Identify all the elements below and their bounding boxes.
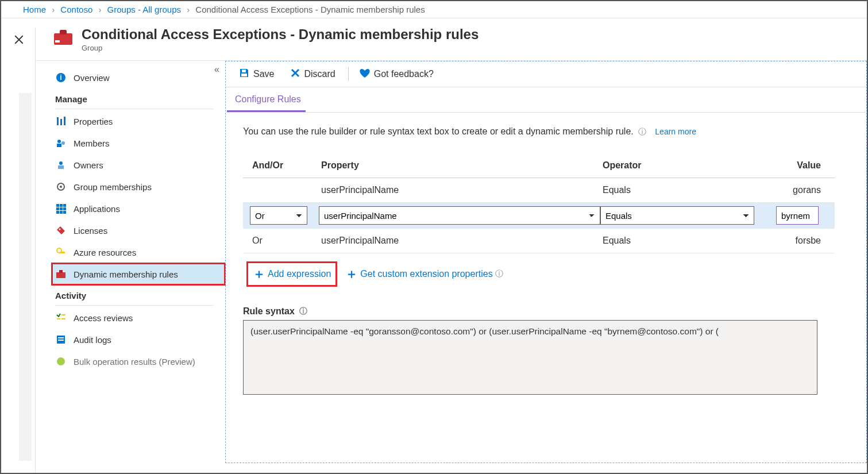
cell-value: forsbe (763, 236, 821, 246)
sidebar-item-members[interactable]: Members (52, 132, 225, 154)
property-select[interactable]: userPrincipalName (319, 206, 600, 225)
rule-syntax-textbox[interactable]: (user.userPrincipalName -eq "goransson@c… (243, 320, 817, 395)
sidebar-header-activity: Activity (18, 285, 225, 304)
briefcase-icon (53, 29, 74, 46)
discard-label: Discard (304, 69, 335, 79)
blade-header: Conditional Access Exceptions - Dynamic … (1, 18, 867, 61)
members-icon (55, 137, 67, 149)
cell-value: gorans (763, 185, 821, 195)
breadcrumb-contoso[interactable]: Contoso (60, 5, 92, 14)
divider (348, 67, 349, 81)
sidebar-item-audit-logs[interactable]: Audit logs (52, 329, 225, 350)
collapse-sidebar-button[interactable]: « (214, 64, 219, 75)
sidebar-item-properties[interactable]: Properties (52, 110, 225, 132)
add-expression-label: Add expression (268, 269, 331, 279)
sidebar-item-licenses[interactable]: Licenses (52, 219, 225, 241)
andor-select[interactable]: Or (250, 206, 307, 225)
close-blade-button[interactable] (14, 34, 24, 48)
rule-row[interactable]: Or userPrincipalName Equals forsbe (243, 229, 835, 253)
sidebar-item-label: Group memberships (74, 182, 152, 192)
svg-rect-26 (60, 252, 65, 253)
svg-point-24 (59, 229, 61, 230)
svg-rect-28 (59, 270, 63, 273)
svg-rect-16 (60, 204, 63, 207)
rules-table: And/Or Property Operator Value userPrinc… (243, 160, 835, 253)
get-custom-extension-button[interactable]: ＋ Get custom extension properties (345, 265, 492, 283)
save-icon (238, 67, 250, 81)
operator-select[interactable]: Equals (600, 206, 754, 225)
sidebar-item-bulk-operation[interactable]: Bulk operation results (Preview) (52, 350, 225, 372)
divider (55, 305, 214, 306)
license-tag-icon (55, 225, 67, 236)
page-title: Conditional Access Exceptions - Dynamic … (82, 26, 479, 43)
svg-rect-12 (58, 165, 64, 169)
svg-rect-15 (56, 204, 59, 207)
add-expression-button[interactable]: ＋ Add expression (253, 265, 331, 283)
tab-configure-rules[interactable]: Configure Rules (227, 87, 306, 112)
cell-operator: Equals (603, 236, 763, 246)
content-pane: Save Discard Got feedback? Configure Rul… (225, 61, 867, 463)
svg-rect-5 (57, 117, 59, 125)
chevron-right-icon: › (52, 5, 55, 14)
discard-x-icon (290, 68, 300, 80)
sidebar-item-applications[interactable]: Applications (52, 198, 225, 219)
plus-icon: ＋ (253, 265, 265, 283)
briefcase-icon (55, 268, 67, 280)
command-bar: Save Discard Got feedback? (226, 61, 866, 87)
table-header-row: And/Or Property Operator Value (243, 160, 835, 178)
svg-rect-20 (63, 207, 66, 210)
feedback-label: Got feedback? (374, 69, 434, 79)
svg-point-8 (57, 140, 61, 143)
feedback-button[interactable]: Got feedback? (359, 68, 434, 80)
svg-rect-21 (56, 211, 59, 214)
cell-property: userPrincipalName (321, 236, 603, 246)
discard-button[interactable]: Discard (290, 68, 335, 80)
save-button[interactable]: Save (238, 67, 274, 81)
sidebar-item-label: Owners (74, 160, 103, 170)
info-icon[interactable]: ⓘ (638, 127, 646, 136)
properties-icon (55, 115, 67, 127)
cell-operator: Equals (603, 185, 763, 195)
svg-rect-22 (60, 211, 63, 214)
gear-icon (55, 181, 67, 192)
sidebar-item-label: Access reviews (74, 313, 133, 323)
owners-icon (55, 159, 67, 171)
info-text: You can use the rule builder or rule syn… (243, 126, 634, 136)
sidebar-item-dynamic-membership-rules[interactable]: Dynamic membership rules (52, 263, 225, 285)
svg-rect-7 (64, 117, 65, 125)
breadcrumb-current: Conditional Access Exceptions - Dynamic … (195, 5, 425, 14)
sidebar-item-label: Audit logs (74, 335, 111, 345)
sidebar-item-label: Bulk operation results (Preview) (74, 357, 195, 367)
breadcrumb-home[interactable]: Home (23, 5, 46, 14)
resource-type-label: Group (82, 44, 479, 52)
key-icon (55, 246, 67, 258)
sidebar-item-label: Properties (74, 117, 113, 126)
divider (55, 109, 214, 109)
svg-rect-6 (60, 119, 62, 125)
rule-row[interactable]: userPrincipalName Equals gorans (243, 178, 835, 203)
get-custom-label: Get custom extension properties (360, 269, 492, 279)
sidebar-item-azure-resources[interactable]: Azure resources (52, 241, 225, 263)
col-header-andor: And/Or (252, 160, 321, 171)
svg-rect-18 (56, 207, 59, 210)
value-input[interactable] (776, 206, 819, 225)
chevron-right-icon: › (98, 5, 101, 14)
sidebar-item-owners[interactable]: Owners (52, 154, 225, 176)
info-icon[interactable]: ⓘ (299, 306, 307, 317)
rule-row-editing[interactable]: Or userPrincipalName Equals (243, 203, 835, 229)
learn-more-link[interactable]: Learn more (655, 127, 696, 136)
sidebar-item-access-reviews[interactable]: Access reviews (52, 307, 225, 329)
sidebar-item-group-memberships[interactable]: Group memberships (52, 176, 225, 198)
sidebar-item-overview[interactable]: i Overview (52, 67, 225, 88)
svg-point-14 (60, 186, 62, 188)
svg-rect-19 (60, 207, 63, 210)
breadcrumb: Home › Contoso › Groups - All groups › C… (1, 1, 867, 18)
svg-rect-31 (61, 318, 65, 319)
sidebar: « i Overview Manage Properties Members O… (1, 61, 225, 463)
svg-text:i: i (60, 74, 61, 82)
sidebar-item-label: Azure resources (74, 248, 136, 257)
save-label: Save (253, 69, 274, 79)
info-icon[interactable]: ⓘ (495, 269, 503, 279)
breadcrumb-groups[interactable]: Groups - All groups (107, 5, 181, 14)
svg-point-11 (59, 161, 63, 165)
